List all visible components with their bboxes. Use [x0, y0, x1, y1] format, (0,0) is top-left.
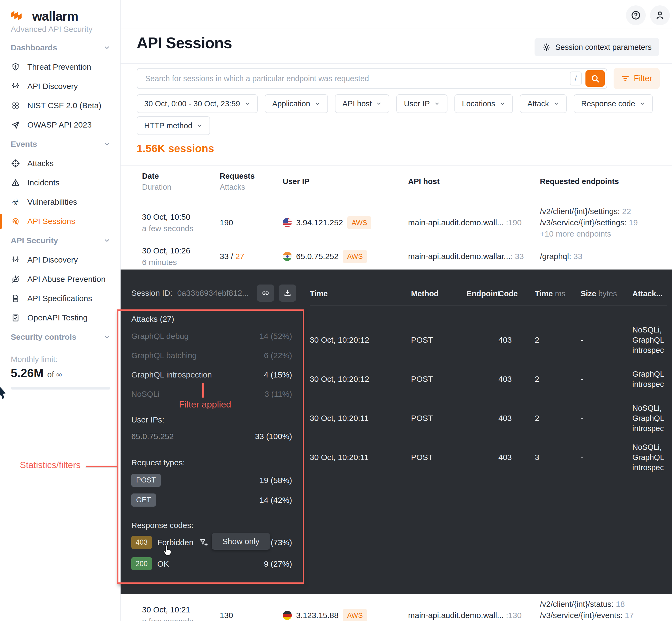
sidebar-item-api-abuse-prevention[interactable]: API Abuse Prevention: [0, 270, 120, 289]
copy-link-button[interactable]: [257, 285, 274, 302]
search-icon: [590, 74, 600, 83]
help-button[interactable]: [626, 5, 646, 25]
cloud-provider-badge: AWS: [347, 216, 371, 229]
session-row[interactable]: 30 Oct, 10:266 minutes 33 / 27 65.0.75.2…: [121, 242, 672, 271]
cloud-provider-badge: AWS: [343, 609, 367, 621]
filter-button[interactable]: Filter: [614, 68, 660, 89]
braces-check-icon: [11, 81, 20, 91]
attack-filter-chip[interactable]: Attack: [520, 94, 567, 113]
locations-filter-chip[interactable]: Locations: [454, 94, 513, 113]
session-user-ip: 3.94.121.252: [296, 218, 343, 227]
col-date[interactable]: DateDuration: [142, 170, 220, 192]
code-200-badge: 200: [131, 557, 152, 570]
biohazard-icon: ☣: [11, 197, 20, 207]
request-size: -: [581, 375, 632, 384]
filter-icon: [621, 74, 630, 83]
attack-stat-row[interactable]: NoSQLi3 (11%): [131, 389, 292, 399]
sidebar-item-owasp-api[interactable]: OWASP API 2023: [0, 115, 120, 134]
sidebar-item-api-specifications[interactable]: API Specifications: [0, 289, 120, 308]
request-latency: 3: [535, 453, 581, 462]
request-type-stat-row[interactable]: POST 19 (58%): [131, 474, 292, 487]
monthly-limit-value: 5.26M of ∞: [0, 364, 120, 380]
request-method: POST: [411, 375, 466, 384]
attack-stat-row[interactable]: GraphQL batching6 (22%): [131, 351, 292, 360]
user-menu-button[interactable]: [650, 5, 670, 25]
api-host-filter-chip[interactable]: API host: [335, 94, 389, 113]
http-method-filter-chip[interactable]: HTTP method: [137, 116, 210, 135]
requests-table-header: Time Method Endpoint Code Time ms Size b…: [310, 289, 667, 298]
four-circles-icon: [11, 101, 20, 110]
sidebar-item-incidents[interactable]: Incidents: [0, 173, 120, 192]
request-size: -: [581, 414, 632, 423]
target-icon: [11, 159, 20, 168]
date-range-filter-chip[interactable]: 30 Oct, 0:00 - 30 Oct, 23:59: [137, 94, 258, 113]
col-requests[interactable]: RequestsAttacks: [220, 170, 283, 192]
download-button[interactable]: [279, 285, 296, 302]
code-403-badge: 403: [131, 536, 152, 549]
annotation-filter-applied: Filter applied: [179, 399, 231, 410]
filter-add-icon[interactable]: [199, 538, 208, 547]
sidebar-item-vulnerabilities[interactable]: ☣ Vulnerabilities: [0, 192, 120, 212]
request-method: POST: [411, 335, 466, 344]
col-api-host: API host: [408, 176, 540, 187]
sidebar-section-dashboards[interactable]: Dashboards: [0, 38, 120, 57]
braces-check-icon: [11, 255, 20, 265]
sidebar-section-api-security[interactable]: API Security: [0, 231, 120, 250]
chevron-down-icon: [639, 101, 645, 107]
session-requests: 190: [220, 218, 233, 227]
user-ip-filter-chip[interactable]: User IP: [396, 94, 448, 113]
search-bar: /: [137, 68, 607, 89]
session-api-host: main-api.audit.demo.wallar...: [408, 252, 510, 261]
sidebar: wallarm Advanced API Security Dashboards…: [0, 0, 121, 621]
mouse-hand-cursor: [161, 544, 174, 558]
sidebar-section-security-controls[interactable]: Security controls: [0, 327, 120, 347]
india-flag-icon: [283, 252, 292, 261]
session-context-parameters-button[interactable]: Session context parameters: [535, 38, 659, 56]
sidebar-item-attacks[interactable]: Attacks: [0, 154, 120, 173]
sidebar-item-nist-csf[interactable]: NIST CSF 2.0 (Beta): [0, 96, 120, 115]
search-button[interactable]: [585, 70, 605, 87]
user-icon: [655, 10, 665, 20]
request-row[interactable]: 30 Oct, 10:20:12 POST 403 2 - GraphQL in…: [310, 360, 667, 399]
session-row[interactable]: 30 Oct, 10:21a few seconds 130 3.123.15.…: [121, 595, 672, 621]
brand-subtitle: Advanced API Security: [0, 25, 120, 38]
user-ip-stat-row[interactable]: 65.0.75.25233 (100%): [131, 432, 292, 441]
active-indicator: [0, 214, 2, 229]
session-row[interactable]: 30 Oct, 10:50a few seconds 190 3.94.121.…: [121, 203, 672, 243]
user-ips-title: User IPs:: [131, 415, 292, 424]
monthly-limit-label: Monthly limit:: [0, 347, 120, 364]
request-time: 30 Oct, 10:20:12: [310, 375, 411, 384]
annotation-connector-line: [86, 466, 117, 467]
col-time: Time: [310, 289, 411, 298]
request-row[interactable]: 30 Oct, 10:20:12 POST 403 2 - NoSQLi, Gr…: [310, 320, 667, 360]
request-type-stat-row[interactable]: GET 14 (42%): [131, 494, 292, 507]
chevron-down-icon: [103, 334, 111, 340]
response-code-stat-row[interactable]: 200 OK 9 (27%): [131, 557, 292, 570]
sidebar-section-events[interactable]: Events: [0, 134, 120, 154]
show-only-tooltip[interactable]: Show only: [212, 533, 270, 550]
attack-stat-row-selected[interactable]: GraphQL introspection4 (15%): [131, 370, 292, 379]
request-row[interactable]: 30 Oct, 10:20:11 POST 403 2 - NoSQLi, Gr…: [310, 399, 667, 438]
more-endpoints-link[interactable]: +10 more endpoints: [540, 228, 672, 240]
response-code-filter-chip[interactable]: Response code: [574, 94, 653, 113]
sidebar-item-api-discovery[interactable]: API Discovery: [0, 250, 120, 270]
request-latency: 2: [535, 335, 581, 344]
application-filter-chip[interactable]: Application: [265, 94, 328, 113]
search-input[interactable]: [137, 74, 570, 83]
sidebar-item-api-sessions[interactable]: API Sessions: [0, 212, 120, 231]
endpoint-path: /v2/client/{int}/status:: [540, 599, 614, 609]
sidebar-item-threat-prevention[interactable]: Threat Prevention: [0, 57, 120, 77]
sessions-divider: [121, 165, 672, 166]
sidebar-item-openapi-testing[interactable]: OpenAPI Testing: [0, 308, 120, 327]
session-requests: 130: [220, 611, 233, 620]
germany-flag-icon: [283, 611, 292, 620]
chevron-down-icon: [499, 101, 505, 107]
request-attack: NoSQLi, GraphQL introspec: [632, 442, 667, 472]
post-method-badge: POST: [131, 474, 161, 487]
sidebar-item-api-discovery-dash[interactable]: API Discovery: [0, 77, 120, 96]
request-size: -: [581, 453, 632, 462]
annotation-statistics-filters: Statistics/filters: [20, 460, 81, 470]
request-row[interactable]: 30 Oct, 10:20:11 POST 403 3 - NoSQLi, Gr…: [310, 438, 667, 477]
request-latency: 2: [535, 414, 581, 423]
attack-stat-row[interactable]: GraphQL debug14 (52%): [131, 332, 292, 341]
